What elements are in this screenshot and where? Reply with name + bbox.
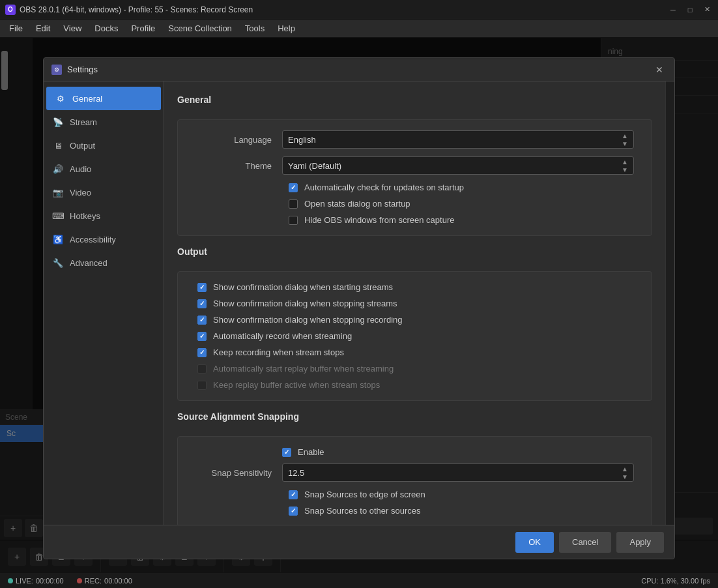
menu-view[interactable]: View bbox=[57, 21, 88, 36]
menubar: File Edit View Docks Profile Scene Colle… bbox=[0, 20, 718, 38]
main-area: No sou Scene Sc + 🗑 ▲ ▼ bbox=[0, 38, 718, 588]
stream-icon: 📡 bbox=[53, 117, 63, 127]
settings-nav: ⚙ General 📡 Stream 🖥 Output 🔊 Audio bbox=[44, 81, 164, 525]
scrollbar[interactable] bbox=[665, 81, 674, 525]
live-label: LIVE: bbox=[16, 577, 33, 585]
nav-item-output[interactable]: 🖥 Output bbox=[44, 134, 164, 157]
audio-icon: 🔊 bbox=[53, 164, 63, 174]
confirm-stop-recording-checkbox[interactable] bbox=[197, 316, 207, 325]
live-time: 00:00:00 bbox=[36, 577, 64, 585]
wrench-icon: 🔧 bbox=[53, 257, 63, 268]
ok-button[interactable]: OK bbox=[515, 532, 554, 553]
live-indicator: LIVE: 00:00:00 bbox=[8, 577, 64, 585]
hide-obs-checkbox[interactable] bbox=[289, 216, 298, 225]
sensitivity-row: Snap Sensitivity 12.5 ▲▼ bbox=[191, 463, 639, 482]
auto-replay-label: Automatically start replay buffer when s… bbox=[213, 364, 394, 374]
sensitivity-input[interactable]: 12.5 ▲▼ bbox=[282, 463, 634, 482]
menu-scene-collection[interactable]: Scene Collection bbox=[162, 21, 238, 36]
nav-label-accessibility: Accessibility bbox=[70, 235, 116, 244]
auto-check-updates-checkbox[interactable] bbox=[289, 183, 298, 192]
accessibility-icon: ♿ bbox=[53, 234, 63, 244]
snapping-heading: Source Alignment Snapping bbox=[177, 411, 652, 426]
dialog-icon: ⚙ bbox=[51, 65, 62, 75]
menu-edit[interactable]: Edit bbox=[29, 21, 57, 36]
keep-replay-checkbox[interactable] bbox=[197, 381, 207, 390]
confirm-stop-streams-row: Show confirmation dialog when stopping s… bbox=[191, 299, 639, 308]
nav-item-audio[interactable]: 🔊 Audio bbox=[44, 157, 164, 181]
open-stats-row: Open stats dialog on startup bbox=[282, 199, 639, 209]
menu-profile[interactable]: Profile bbox=[124, 21, 162, 36]
sensitivity-value: 12.5 bbox=[288, 468, 304, 478]
apply-button[interactable]: Apply bbox=[616, 532, 664, 553]
theme-select[interactable]: Yami (Default) ▲▼ bbox=[282, 156, 634, 175]
nav-item-advanced[interactable]: 🔧 Advanced bbox=[44, 251, 164, 274]
auto-replay-row: Automatically start replay buffer when s… bbox=[191, 364, 639, 374]
confirm-stop-recording-row: Show confirmation dialog when stopping r… bbox=[191, 315, 639, 325]
confirm-start-row: Show confirmation dialog when starting s… bbox=[191, 282, 639, 292]
menu-docks[interactable]: Docks bbox=[88, 21, 124, 36]
snap-to-edge-row: Snap Sources to edge of screen bbox=[282, 490, 639, 499]
snap-to-edge-label: Snap Sources to edge of screen bbox=[304, 490, 425, 499]
snap-to-edge-checkbox[interactable] bbox=[289, 490, 298, 499]
enable-snap-label: Enable bbox=[298, 447, 324, 457]
nav-label-audio: Audio bbox=[70, 164, 91, 174]
theme-value: Yami (Default) bbox=[288, 161, 341, 171]
menu-file[interactable]: File bbox=[3, 21, 29, 36]
rec-indicator: REC: 00:00:00 bbox=[77, 577, 132, 585]
dialog-body: ⚙ General 📡 Stream 🖥 Output 🔊 Audio bbox=[44, 81, 674, 525]
language-select[interactable]: English ▲▼ bbox=[282, 130, 634, 149]
general-group: Language English ▲▼ Theme bbox=[177, 119, 652, 236]
keyboard-icon: ⌨ bbox=[53, 211, 63, 221]
nav-label-stream: Stream bbox=[70, 117, 97, 127]
language-label: Language bbox=[191, 135, 282, 145]
cancel-button[interactable]: Cancel bbox=[559, 532, 611, 553]
nav-label-output: Output bbox=[70, 141, 95, 151]
nav-item-accessibility[interactable]: ♿ Accessibility bbox=[44, 228, 164, 251]
output-heading: Output bbox=[177, 246, 652, 261]
theme-row: Theme Yami (Default) ▲▼ bbox=[191, 156, 639, 175]
window-controls: ─ □ ✕ bbox=[667, 4, 713, 16]
auto-record-checkbox[interactable] bbox=[197, 332, 207, 341]
confirm-stop-streams-checkbox[interactable] bbox=[197, 299, 207, 308]
close-button[interactable]: ✕ bbox=[701, 4, 713, 16]
menu-tools[interactable]: Tools bbox=[238, 21, 271, 36]
maximize-button[interactable]: □ bbox=[684, 4, 696, 16]
theme-arrow-icon: ▲▼ bbox=[622, 158, 628, 173]
language-value: English bbox=[288, 135, 316, 145]
hide-obs-row: Hide OBS windows from screen capture bbox=[282, 215, 639, 225]
nav-item-video[interactable]: 📷 Video bbox=[44, 181, 164, 204]
enable-snap-checkbox[interactable] bbox=[282, 448, 291, 457]
hide-obs-label: Hide OBS windows from screen capture bbox=[304, 215, 454, 225]
auto-check-updates-label: Automatically check for updates on start… bbox=[304, 183, 464, 192]
confirm-start-checkbox[interactable] bbox=[197, 283, 207, 292]
dialog-close-button[interactable]: ✕ bbox=[652, 63, 667, 77]
keep-recording-checkbox[interactable] bbox=[197, 348, 207, 357]
dialog-overlay: ⚙ Settings ✕ ⚙ General 📡 Stream bbox=[0, 38, 718, 572]
window-title: OBS 28.0.1 (64-bit, windows) - Profile: … bbox=[20, 5, 667, 14]
snap-to-sources-checkbox[interactable] bbox=[289, 507, 298, 516]
dialog-footer: OK Cancel Apply bbox=[44, 525, 674, 559]
rec-dot bbox=[77, 578, 82, 583]
confirm-stop-streams-label: Show confirmation dialog when stopping s… bbox=[213, 299, 397, 308]
auto-check-updates-row: Automatically check for updates on start… bbox=[282, 183, 639, 192]
app-icon: O bbox=[5, 5, 16, 15]
nav-label-advanced: Advanced bbox=[70, 258, 108, 268]
settings-dialog: ⚙ Settings ✕ ⚙ General 📡 Stream bbox=[43, 57, 675, 559]
auto-replay-checkbox[interactable] bbox=[197, 364, 207, 374]
snap-to-sources-label: Snap Sources to other sources bbox=[304, 506, 421, 516]
statusbar: LIVE: 00:00:00 REC: 00:00:00 CPU: 1.6%, … bbox=[0, 572, 718, 588]
output-group: Show confirmation dialog when starting s… bbox=[177, 271, 652, 401]
minimize-button[interactable]: ─ bbox=[667, 4, 679, 16]
general-heading: General bbox=[177, 95, 652, 109]
nav-item-general[interactable]: ⚙ General bbox=[46, 87, 161, 110]
output-icon: 🖥 bbox=[53, 140, 63, 151]
menu-help[interactable]: Help bbox=[271, 21, 302, 36]
keep-recording-row: Keep recording when stream stops bbox=[191, 347, 639, 357]
snap-to-sources-row: Snap Sources to other sources bbox=[282, 506, 639, 516]
open-stats-checkbox[interactable] bbox=[289, 199, 298, 209]
nav-item-stream[interactable]: 📡 Stream bbox=[44, 110, 164, 134]
rec-label: REC: bbox=[85, 577, 102, 585]
settings-content: General Language English ▲▼ bbox=[164, 81, 665, 525]
nav-item-hotkeys[interactable]: ⌨ Hotkeys bbox=[44, 204, 164, 228]
cpu-indicator: CPU: 1.6%, 30.00 fps bbox=[641, 577, 710, 585]
